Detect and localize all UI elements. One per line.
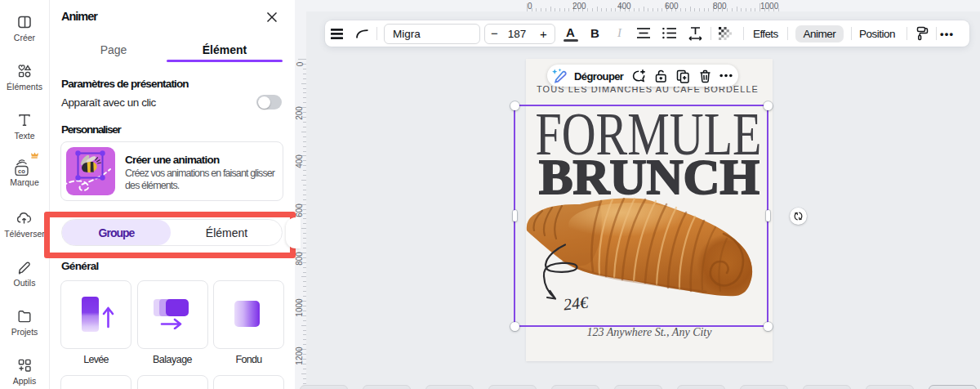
svg-text:co: co (18, 168, 25, 175)
